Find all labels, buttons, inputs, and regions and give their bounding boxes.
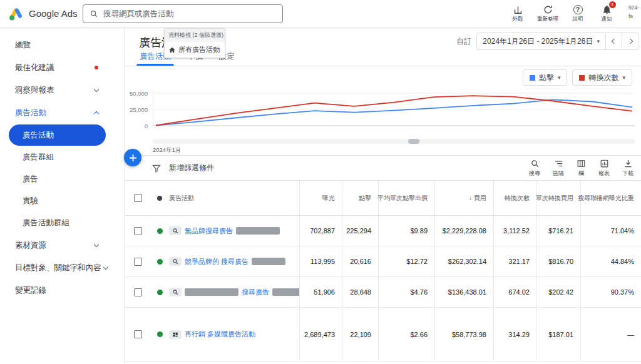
add-filter-button[interactable]: 新增篩選條件 [151,163,214,173]
column-header-label: 點擊 [359,194,371,203]
campaign-name-cell: 無品牌搜尋廣告 [169,216,299,246]
cell-cost_per_conv: $716.21 [536,216,580,246]
date-prev-button[interactable] [605,33,622,49]
campaign-link[interactable]: 無品牌搜尋廣告 [185,226,233,236]
row-checkbox[interactable] [134,258,142,266]
date-range-picker[interactable]: 2024年1月26日 - 2025年1月26日 ▾ [477,33,605,49]
table-row: 再行銷 多媒體廣告活動2,689,47322,109$2.66$58,773.9… [125,308,641,361]
cell-clicks: 225,294 [342,216,378,246]
cell-cost: $262,302.14 [434,246,493,276]
page-header: 廣告活動 資料檢視 (2 個篩選器) 所有廣告活動 自訂 2024年1月26日 … [125,28,641,51]
sidebar-item[interactable]: 洞察與報表 [0,79,125,101]
search-input[interactable] [103,9,276,18]
column-header-impr_share[interactable]: 搜尋聯播網曝光比重 [580,181,641,215]
sidebar-subitem[interactable]: 廣告活動群組 [0,212,125,233]
cell-conversions: 674.02 [493,277,536,307]
metric-selector[interactable]: 點擊▾ [523,69,568,86]
toolbar-download-button[interactable]: 下載 [622,159,633,178]
cell-conversions: 3,112.52 [493,216,536,246]
column-header-avg_cpc[interactable]: 平均單次點擊出價 [378,181,434,215]
toolbar-segment-button[interactable]: 區隔 [553,159,564,178]
cell-impressions: 113,995 [299,246,342,276]
chart-scrollbar-handle[interactable] [408,139,419,144]
redacted-text [236,227,280,235]
column-header-cost_per_conv[interactable]: 單次轉換費用 [536,181,580,215]
cell-avg_cpc: $9.89 [378,216,434,246]
data-view-scope[interactable]: 所有廣告活動 [165,42,225,58]
column-header-name[interactable]: 廣告活動 [169,181,299,215]
column-header-label: 平均單次點擊出價 [377,194,428,203]
sidebar-item-label: 洞察與報表 [15,85,54,96]
metric-selector[interactable]: 轉換次數▾ [572,69,632,86]
toolbar-report-button[interactable]: 報表 [598,159,610,178]
search-icon [90,9,98,18]
toolbar-columns-button[interactable]: 欄 [577,159,586,178]
redacted-text [185,288,238,296]
sidebar-subitem[interactable]: 廣告群組 [0,146,125,168]
table-row: 無品牌搜尋廣告702,887225,294$9.89$2,229,228.083… [125,216,641,246]
cell-impr_share: 71.04% [580,216,641,246]
refresh-button[interactable]: 重新整理 [537,4,558,23]
sidebar-item[interactable]: 最佳化建議 [0,56,125,79]
chart-scrollbar[interactable] [153,139,635,144]
column-header-impressions[interactable]: 曝光 [299,181,342,215]
data-view-filter-count: 資料檢視 (2 個篩選器) [165,29,225,42]
row-checkbox[interactable] [134,288,142,296]
date-range-box: 2024年1月26日 - 2025年1月26日 ▾ [476,33,638,50]
sidebar-item[interactable]: 廣告活動 [0,101,125,124]
line-chart [153,91,635,128]
row-checkbox[interactable] [134,227,142,235]
toolbar-search-button[interactable]: 搜尋 [529,159,540,178]
cell-avg_cpc: $12.72 [378,246,434,276]
sidebar-subitem[interactable]: 實驗 [0,190,125,211]
campaign-link[interactable]: 搜尋廣告 [242,288,269,297]
campaign-link[interactable]: 再行銷 多媒體廣告活動 [185,330,255,339]
layout: 總覽最佳化建議洞察與報表廣告活動廣告活動廣告群組廣告實驗廣告活動群組素材資源目標… [0,28,641,363]
row-checkbox[interactable] [134,330,142,338]
y-axis-tick-label: 0 [145,123,148,129]
sidebar-subitem[interactable]: 廣告 [0,168,125,190]
column-header-conversions[interactable]: 轉換次數 [493,181,536,215]
date-range-control: 自訂 2024年1月26日 - 2025年1月26日 ▾ [456,33,638,50]
date-next-button[interactable] [622,33,638,49]
select-all-checkbox[interactable] [134,194,142,202]
cell-impressions: 2,689,473 [299,308,342,361]
refresh-icon [543,4,553,15]
sidebar-item[interactable]: 目標對象、關鍵字和內容 [0,256,125,279]
sidebar-subitem-label: 廣告活動 [23,130,54,141]
appearance-button[interactable]: 外觀 [508,4,527,23]
column-header-cost[interactable]: ↓費用 [434,181,493,215]
column-header-clicks[interactable]: 點擊 [342,181,378,215]
cell-impr_share: — [580,308,641,361]
sidebar-item[interactable]: 變更記錄 [0,279,125,301]
cell-conversions: 321.17 [493,246,536,276]
add-filter-label: 新增篩選條件 [169,163,214,173]
notifications-button[interactable]: !通知 [597,4,616,23]
global-search[interactable] [83,4,283,23]
google-ads-logo-icon [9,6,24,21]
status-dot [157,259,163,265]
campaign-name-cell: 搜尋廣告 [169,277,299,307]
sidebar-subitem[interactable]: 廣告活動 [9,124,106,146]
chevron-down-icon [103,264,108,269]
sidebar-subitem-label: 廣告 [23,174,38,185]
columns-icon [577,159,586,168]
legend-swatch [579,75,585,81]
notification-dot [95,66,98,69]
chevron-right-icon [627,39,632,44]
sidebar-item-label: 最佳化建議 [15,63,54,73]
sidebar-item[interactable]: 素材資源 [0,234,125,256]
series-點擊 [156,99,632,125]
chevron-down-icon: ▾ [597,38,600,44]
cell-cost: $136,438.01 [434,277,493,307]
add-campaign-button[interactable] [124,149,141,166]
y-axis-tick-label: 50,000 [130,90,148,97]
column-header-label: 費用 [474,194,486,203]
campaign-link[interactable]: 競爭品牌的 搜尋廣告 [185,257,249,266]
help-button[interactable]: ?說明 [568,4,587,23]
google-ads-logo[interactable]: Google Ads [9,6,78,21]
sidebar-item[interactable]: 總覽 [0,34,125,56]
search-campaign-icon [169,257,182,266]
table-header-row: 廣告活動曝光點擊平均單次點擊出價↓費用轉換次數單次轉換費用搜尋聯播網曝光比重 [125,181,641,216]
column-header-label: 搜尋聯播網曝光比重 [578,194,634,203]
